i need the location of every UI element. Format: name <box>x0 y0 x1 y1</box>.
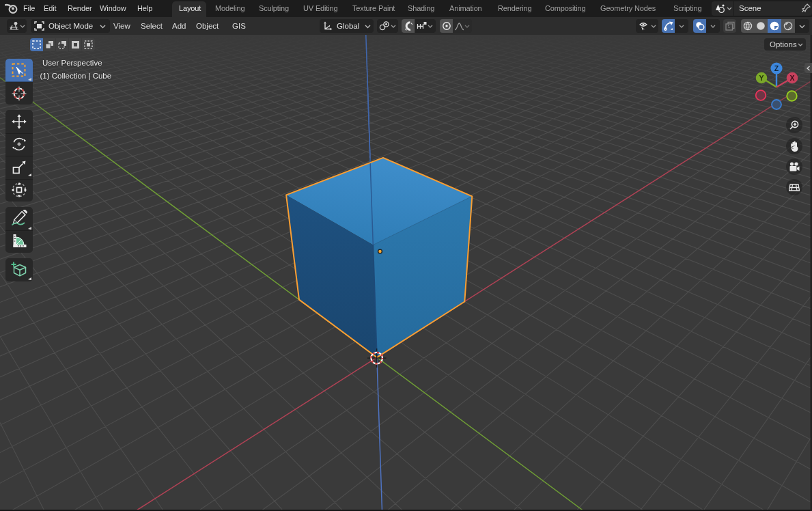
svg-text:Z: Z <box>774 64 779 72</box>
svg-text:X: X <box>789 74 794 82</box>
svg-text:Y: Y <box>759 74 764 82</box>
